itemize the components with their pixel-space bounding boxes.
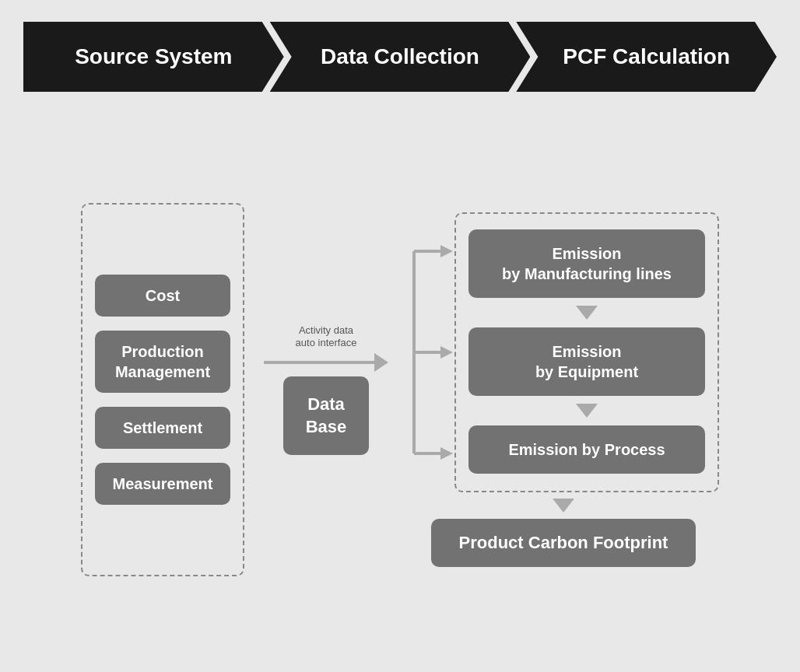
bracket-connector bbox=[408, 212, 454, 492]
source-item-settlement: Settlement bbox=[95, 407, 230, 449]
emission-manufacturing-item: Emissionby Manufacturing lines bbox=[468, 229, 705, 298]
header-step-collection-label: Data Collection bbox=[321, 44, 479, 70]
header-step-source-label: Source System bbox=[75, 44, 232, 70]
source-item-production: ProductionManagement bbox=[95, 331, 230, 393]
svg-marker-6 bbox=[440, 447, 453, 460]
right-column: Emissionby Manufacturing lines Emissionb… bbox=[408, 212, 719, 567]
header-step-collection: Data Collection bbox=[270, 22, 531, 92]
header-step-pcf-label: PCF Calculation bbox=[563, 44, 730, 70]
down-arrow-2 bbox=[576, 404, 598, 418]
down-arrow-3 bbox=[553, 499, 574, 513]
pcf-calculation-box: Emissionby Manufacturing lines Emissionb… bbox=[454, 212, 719, 492]
emission-process-item: Emission by Process bbox=[468, 425, 705, 474]
header-banner: Source System Data Collection PCF Calcul… bbox=[0, 22, 800, 92]
svg-marker-4 bbox=[440, 346, 453, 359]
source-system-box: Cost ProductionManagement Settlement Mea… bbox=[81, 203, 244, 576]
source-item-cost: Cost bbox=[95, 275, 230, 317]
product-carbon-footprint-box: Product Carbon Footprint bbox=[431, 519, 696, 567]
source-item-measurement: Measurement bbox=[95, 463, 230, 505]
diagram-area: Cost ProductionManagement Settlement Mea… bbox=[0, 92, 800, 672]
header-step-source: Source System bbox=[23, 22, 284, 92]
header-step-pcf: PCF Calculation bbox=[516, 22, 777, 92]
database-box: DataBase bbox=[283, 376, 369, 455]
down-arrow-1 bbox=[576, 306, 598, 320]
activity-data-label: Activity dataauto interface bbox=[296, 324, 357, 351]
emission-equipment-item: Emissionby Equipment bbox=[468, 327, 705, 396]
horizontal-arrow bbox=[264, 353, 388, 372]
middle-connector: Activity dataauto interface DataBase bbox=[244, 324, 408, 456]
svg-marker-2 bbox=[440, 245, 453, 257]
